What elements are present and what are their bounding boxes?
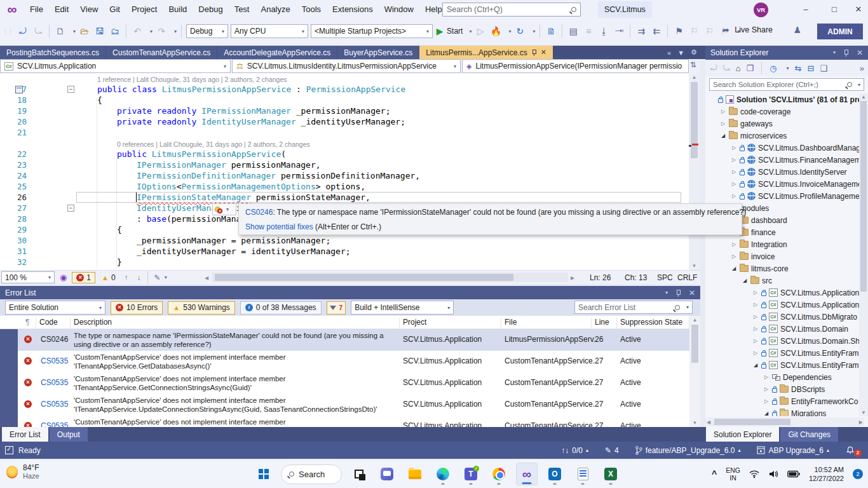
- chrome-button[interactable]: [488, 463, 510, 485]
- tree-item[interactable]: ▷SCV.Litmus.InvoiceManageme: [705, 178, 864, 190]
- new-project-dropdown-icon[interactable]: ▾: [73, 29, 76, 34]
- column-header-file[interactable]: File: [505, 318, 517, 327]
- scrollbar-thumb[interactable]: [691, 325, 698, 363]
- navigate-forward-icon[interactable]: ⤿: [32, 26, 44, 37]
- tree-item[interactable]: Solution 'SCV.Litmus' (81 of 81 pro: [705, 93, 864, 105]
- expander-collapsed-icon[interactable]: ▷: [763, 374, 770, 380]
- notepad-button[interactable]: [572, 463, 593, 485]
- task-view-button[interactable]: [348, 463, 370, 485]
- properties-icon[interactable]: ❑: [820, 64, 827, 73]
- code-line[interactable]: 22public LitmusPermissionAppService(: [0, 149, 700, 159]
- side-tab-solution-explorer[interactable]: Solution Explorer: [706, 427, 779, 442]
- close-button[interactable]: ✕: [846, 0, 868, 19]
- home-icon[interactable]: ⌂: [736, 64, 741, 73]
- fold-collapse-icon[interactable]: −: [67, 205, 74, 212]
- tree-item[interactable]: ▷EntityFrameworkCo: [705, 395, 864, 407]
- indent-less-icon[interactable]: ⇇: [650, 26, 663, 36]
- switch-views-icon[interactable]: ❐: [747, 64, 754, 73]
- redo-icon[interactable]: ↷: [155, 26, 168, 36]
- error-marker[interactable]: [692, 144, 698, 146]
- code-line[interactable]: 18{: [0, 95, 700, 105]
- expander-collapsed-icon[interactable]: ▷: [731, 157, 737, 163]
- expander-collapsed-icon[interactable]: ▷: [731, 181, 737, 187]
- tree-item[interactable]: ▷C#SCV.Litmus.Application: [705, 287, 864, 299]
- forward-icon[interactable]: ⤿: [723, 63, 730, 73]
- expander-collapsed-icon[interactable]: ▷: [752, 314, 759, 320]
- start-button[interactable]: [253, 463, 275, 485]
- back-icon[interactable]: ⤾: [710, 63, 717, 73]
- expander-expanded-icon[interactable]: ◢: [742, 278, 748, 283]
- zoom-dropdown[interactable]: 100 %▾: [1, 271, 55, 283]
- code-editor[interactable]: 1 reference | Lalit Chougule, 31 days ag…: [0, 73, 700, 270]
- run-without-debug-icon[interactable]: ▷: [474, 26, 487, 36]
- error-list-vertical-scrollbar[interactable]: ▲ ▼: [689, 316, 700, 427]
- expander-collapsed-icon[interactable]: ▷: [731, 254, 737, 259]
- git-branch-button[interactable]: feature/ABP_Upgrade_6.0 ▴: [635, 446, 741, 455]
- scroll-up-icon[interactable]: ▲: [689, 317, 700, 323]
- pin-icon[interactable]: [675, 289, 681, 297]
- tree-item[interactable]: ▷Dependencies: [705, 371, 864, 383]
- open-file-icon[interactable]: 🗁: [78, 26, 91, 36]
- code-line[interactable]: 23IPermissionManager permissionManager,: [0, 159, 700, 170]
- collapse-all-icon[interactable]: ⊟: [807, 64, 814, 73]
- scrollbar-thumb[interactable]: [691, 82, 698, 158]
- error-code-link[interactable]: CS0535: [41, 378, 68, 387]
- expander-collapsed-icon[interactable]: ▷: [752, 290, 759, 295]
- messages-filter-button[interactable]: i0 of 38 Messages: [240, 301, 322, 315]
- menu-item-git[interactable]: Git: [104, 0, 126, 19]
- live-share-button[interactable]: ➦ Live Share: [721, 25, 773, 35]
- tab-settings-gear-icon[interactable]: ⚙: [691, 48, 697, 57]
- line-ending-indicator[interactable]: CRLF: [677, 273, 697, 282]
- menu-item-window[interactable]: Window: [379, 0, 419, 19]
- clock-widget[interactable]: 10:52 AM12/27/2022: [809, 465, 844, 484]
- filter-dropdown-icon[interactable]: ▾: [787, 65, 789, 71]
- code-line[interactable]: 19private readonly IPermissionManager _p…: [0, 105, 700, 116]
- menu-item-build[interactable]: Build: [163, 0, 193, 19]
- error-count-badge[interactable]: ✕ 1: [72, 272, 95, 283]
- start-dropdown-icon[interactable]: ▾: [469, 29, 471, 34]
- expander-collapsed-icon[interactable]: ▷: [731, 241, 737, 247]
- tree-item[interactable]: ◢microservices: [705, 130, 864, 142]
- close-panel-icon[interactable]: ✕: [689, 288, 695, 297]
- line-down-icon[interactable]: ⭲: [613, 26, 625, 36]
- panel-tab-output[interactable]: Output: [50, 427, 88, 442]
- code-cleanup-icon[interactable]: ✎: [154, 273, 161, 282]
- startup-project-dropdown[interactable]: <Multiple Startup Projects>▾: [311, 24, 433, 38]
- taskbar-search-button[interactable]: Search: [281, 464, 342, 484]
- visual-studio-button[interactable]: ∞: [516, 463, 538, 485]
- code-line[interactable]: 30_permissionManager = permissionManager…: [0, 235, 700, 246]
- scroll-tabs-icon[interactable]: «: [667, 49, 671, 57]
- errors-filter-button[interactable]: ✕10 Errors: [111, 301, 163, 315]
- next-bookmark-icon[interactable]: ⚐: [703, 26, 715, 36]
- pending-edits-button[interactable]: ✎ 4: [605, 446, 619, 455]
- code-line[interactable]: 26IPermissionStateManager permissionStat…: [0, 192, 700, 203]
- expander-expanded-icon[interactable]: ◢: [752, 362, 759, 368]
- scroll-up-icon[interactable]: ▲: [859, 94, 868, 100]
- git-repo-button[interactable]: ABP Upgrade_6 ▴: [757, 446, 829, 455]
- tree-item[interactable]: ▷invoice: [705, 250, 864, 262]
- quick-actions-lightbulb[interactable]: ✕ ▾: [212, 203, 236, 215]
- menu-item-edit[interactable]: Edit: [49, 0, 74, 19]
- document-tab[interactable]: LitmusPermis...AppService.cs✕: [419, 46, 553, 59]
- feedback-person-icon[interactable]: ♟: [793, 25, 801, 35]
- editor-horizontal-scrollbar[interactable]: [212, 273, 568, 282]
- quick-search-input[interactable]: Search (Ctrl+Q): [442, 3, 581, 17]
- column-indicator[interactable]: Ch: 13: [625, 273, 647, 282]
- tree-item[interactable]: ▷Integration: [705, 238, 864, 250]
- expander-collapsed-icon[interactable]: ▷: [763, 398, 770, 404]
- error-code-link[interactable]: CS0535: [41, 356, 68, 365]
- menu-item-project[interactable]: Project: [126, 0, 163, 19]
- find-in-files-icon[interactable]: 🗎: [545, 26, 557, 36]
- document-tab[interactable]: PostingBatchSequences.cs: [0, 46, 105, 59]
- tree-item[interactable]: ◢C#SCV.Litmus.EntityFram: [705, 359, 864, 371]
- tree-item[interactable]: ▷SCV.Litmus.FinanceManagem: [705, 154, 864, 166]
- scope-dropdown[interactable]: Entire Solution▾: [5, 301, 105, 315]
- error-code-link[interactable]: CS0535: [41, 421, 68, 427]
- tooltip-error-code[interactable]: CS0246: [245, 208, 273, 217]
- git-sync-button[interactable]: ↑↓ 0/0 ▴: [561, 446, 588, 455]
- tree-item[interactable]: ▷C#SCV.Litmus.Domain.Sh: [705, 335, 864, 347]
- tree-horizontal-scrollbar[interactable]: ◀ ▶: [705, 417, 864, 426]
- close-tab-icon[interactable]: ✕: [541, 48, 546, 57]
- expander-collapsed-icon[interactable]: ▷: [752, 302, 759, 308]
- pin-tab-icon[interactable]: [531, 49, 537, 56]
